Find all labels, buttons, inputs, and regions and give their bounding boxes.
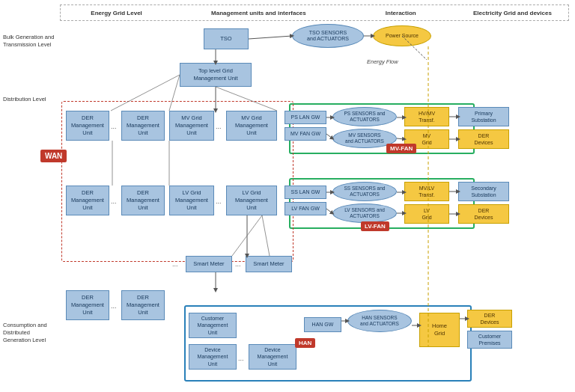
col-header-energy-grid: Energy Grid Level bbox=[61, 10, 172, 16]
der-mgmt-1b-box: DERManagementUnit bbox=[121, 111, 165, 141]
ps-lan-gw-box: PS LAN GW bbox=[285, 111, 326, 124]
col-header-electricity: Electricity Grid and devices bbox=[457, 10, 568, 16]
der-mgmt-3a-box: DERManagementUnit bbox=[66, 290, 109, 320]
der-devices-2-box: DERDevices bbox=[458, 204, 509, 224]
top-level-gmu-box: Top level GridManagement Unit bbox=[180, 63, 252, 87]
dots-sm2: ... bbox=[235, 260, 241, 268]
row-label-distribution: Distribution Level bbox=[3, 96, 57, 103]
han-sensors-oval: HAN SENSORSand ACTUATORS bbox=[347, 310, 412, 332]
col-header-management: Management units and interfaces bbox=[172, 10, 345, 16]
row-label-consumption: Consumption and Distributed Generation L… bbox=[3, 322, 57, 343]
wan-label: WAN bbox=[40, 150, 67, 162]
secondary-substation-box: SecondarySubstation bbox=[458, 182, 509, 201]
der-mgmt-2b-box: DERManagementUnit bbox=[121, 186, 165, 215]
ps-sensors-oval: PS SENSORS andACTUATORS bbox=[332, 107, 397, 126]
der-mgmt-1a-box: DERManagementUnit bbox=[66, 111, 109, 141]
dots-2a: ... bbox=[111, 197, 117, 205]
mv-fan-gw-box: MV FAN GW bbox=[285, 127, 326, 141]
der-devices-3-box: DERDevices bbox=[467, 310, 512, 328]
primary-substation-box: PrimarySubstation bbox=[458, 107, 509, 126]
row-label-bulk: Bulk Generation and Transmission Level bbox=[3, 34, 57, 49]
dots-sm: ... bbox=[172, 260, 178, 268]
mv-lv-transf-box: MV/LVTransf. bbox=[404, 182, 449, 201]
smart-meter-1-box: Smart Meter bbox=[186, 256, 232, 272]
ss-lan-gw-box: SS LAN GW bbox=[285, 186, 326, 199]
lv-sensors-oval: LV SENSORS andACTUATORS bbox=[332, 203, 397, 223]
col-header-interaction: Interaction bbox=[345, 10, 457, 16]
dots-lv1: ... bbox=[216, 197, 222, 205]
device-mgmt-2-box: DeviceManagementUnit bbox=[249, 344, 296, 370]
tso-sensors-oval: TSO SENSORSand ACTUATORS bbox=[292, 24, 364, 48]
customer-premises-box: CustomerPremises bbox=[467, 331, 512, 349]
energy-flow-label: Energy Flow bbox=[367, 58, 398, 65]
power-source-oval: Power Source bbox=[373, 25, 431, 46]
der-mgmt-3b-box: DERManagementUnit bbox=[121, 290, 165, 320]
lv-grid-mgmt-1-box: LV GridManagementUnit bbox=[169, 186, 214, 215]
diagram-container: Energy Grid Level Management units and i… bbox=[0, 0, 575, 392]
lv-fan-gw-box: LV FAN GW bbox=[285, 202, 326, 215]
home-grid-box: HomeGrid bbox=[419, 313, 460, 347]
der-devices-1-box: DERDevices bbox=[458, 129, 509, 149]
svg-line-0 bbox=[249, 36, 292, 39]
dots-3a: ... bbox=[111, 302, 117, 310]
mv-fan-label: MV-FAN bbox=[386, 144, 416, 153]
ss-sensors-oval: SS SENSORS andACTUATORS bbox=[332, 182, 397, 201]
device-mgmt-1-box: DeviceManagementUnit bbox=[189, 344, 237, 370]
han-label: HAN bbox=[295, 338, 315, 348]
mv-grid-mgmt-1-box: MV GridManagementUnit bbox=[169, 111, 214, 141]
dots-mv1: ... bbox=[216, 123, 222, 130]
smart-meter-2-box: Smart Meter bbox=[246, 256, 292, 272]
der-mgmt-2a-box: DERManagementUnit bbox=[66, 186, 109, 215]
customer-mgmt-box: CustomerManagementUnit bbox=[189, 313, 237, 338]
mv-grid-mgmt-2-box: MV GridManagementUnit bbox=[226, 111, 277, 141]
dots-1a: ... bbox=[111, 123, 117, 130]
column-headers: Energy Grid Level Management units and i… bbox=[60, 4, 569, 21]
tso-box: TSO bbox=[204, 28, 249, 49]
lv-grid-mgmt-2-box: LV GridManagementUnit bbox=[226, 186, 277, 215]
lv-grid-box: LVGrid bbox=[404, 204, 449, 224]
lv-fan-label: LV-FAN bbox=[361, 221, 389, 231]
dots-dm: ... bbox=[238, 355, 244, 362]
han-gw-box: HAN GW bbox=[304, 317, 341, 332]
hv-mv-transf-box: HV/MVTransf. bbox=[404, 107, 449, 126]
